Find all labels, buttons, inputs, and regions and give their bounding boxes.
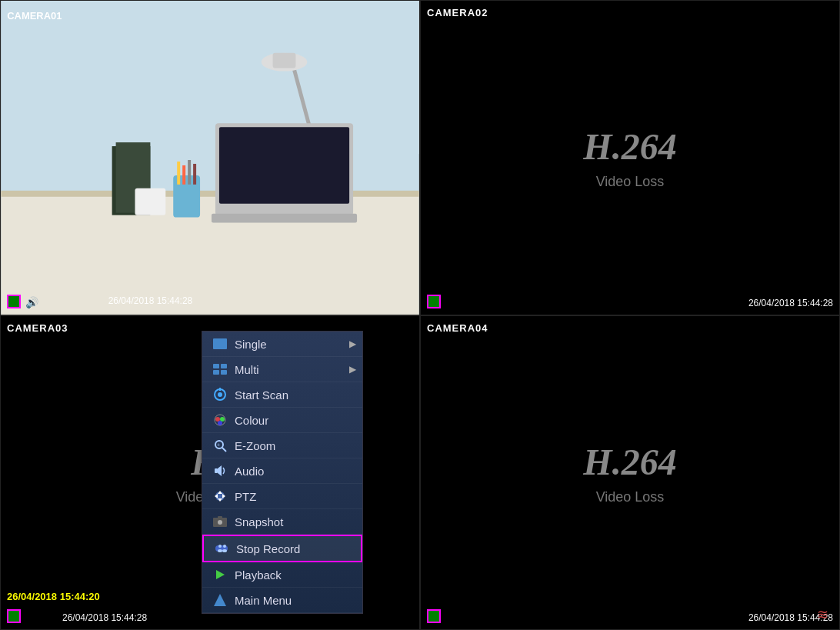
cam1-green-indicator [7, 295, 21, 308]
svg-marker-54 [214, 594, 226, 606]
single-arrow: ▶ [349, 338, 356, 349]
cam2-video-loss: H.264 Video Loss [421, 1, 839, 315]
stoprecord-label: Stop Record [236, 542, 300, 555]
playback-icon [212, 568, 228, 582]
record-icon [213, 542, 230, 555]
camera1-cell: CAMERA01 26/04/2018 15:44:28 🔊 [0, 0, 420, 315]
cam2-loss-text: Video Loss [596, 174, 665, 190]
camera-grid: CAMERA01 26/04/2018 15:44:28 🔊 CAMERA02 … [0, 0, 840, 630]
cam4-signal-icon: ≋ [817, 606, 828, 623]
cam3-label: CAMERA03 [7, 322, 68, 334]
cam2-timestamp: 26/04/2018 15:44:28 [748, 298, 833, 308]
svg-point-31 [220, 417, 225, 422]
menu-item-single[interactable]: Single ▶ [202, 332, 362, 357]
camera1-feed: CAMERA01 26/04/2018 15:44:28 [1, 1, 419, 315]
single-icon [212, 337, 228, 351]
snapshot-label: Snapshot [235, 515, 283, 528]
multi-icon [212, 362, 228, 376]
cam3-green-indicator [7, 609, 21, 623]
svg-point-27 [218, 392, 222, 397]
scan-icon [212, 388, 228, 402]
menu-item-stoprecord[interactable]: Stop Record [202, 535, 362, 562]
svg-point-49 [218, 545, 222, 548]
menu-item-audio[interactable]: Audio [202, 458, 362, 484]
colour-label: Colour [235, 414, 268, 427]
svg-text:26/04/2018 15:44:28: 26/04/2018 15:44:28 [108, 295, 193, 306]
menu-item-playback[interactable]: Playback [202, 562, 362, 588]
svg-rect-18 [135, 188, 165, 215]
svg-rect-4 [1, 191, 418, 197]
svg-rect-16 [188, 160, 191, 185]
audio-menu-icon [212, 464, 228, 478]
svg-point-52 [222, 549, 227, 552]
menu-item-ptz[interactable]: PTZ [202, 484, 362, 509]
audio-label: Audio [235, 465, 264, 478]
svg-rect-2 [1, 1, 418, 192]
svg-rect-36 [215, 468, 218, 473]
multi-arrow: ▶ [349, 364, 356, 375]
svg-point-32 [218, 421, 222, 425]
svg-point-50 [218, 549, 222, 552]
svg-rect-22 [213, 364, 219, 368]
cam3-timestamp: 26/04/2018 15:44:28 [62, 612, 147, 623]
svg-rect-45 [218, 516, 222, 518]
svg-rect-14 [177, 162, 180, 185]
zoom-icon: + [212, 438, 228, 452]
svg-line-34 [222, 448, 226, 452]
mainmenu-icon [212, 593, 228, 607]
menu-item-mainmenu[interactable]: Main Menu [202, 588, 362, 613]
mainmenu-label: Main Menu [235, 594, 292, 607]
cam1-audio-icon: 🔊 [25, 296, 38, 308]
cam2-green-indicator [427, 295, 441, 308]
svg-marker-53 [216, 570, 225, 579]
svg-rect-10 [212, 214, 357, 223]
colour-icon [212, 413, 228, 427]
cam4-loss-text: Video Loss [596, 489, 665, 505]
svg-rect-17 [193, 164, 196, 185]
ptz-label: PTZ [235, 490, 256, 503]
svg-rect-25 [221, 370, 227, 375]
menu-item-multi[interactable]: Multi ▶ [202, 357, 362, 382]
cam4-video-loss: H.264 Video Loss [421, 316, 839, 629]
snapshot-icon [212, 515, 228, 528]
multi-label: Multi [235, 363, 259, 376]
cam4-codec: H.264 [583, 441, 676, 483]
menu-item-snapshot[interactable]: Snapshot [202, 509, 362, 535]
svg-text:+: + [217, 442, 220, 448]
cam4-label: CAMERA04 [427, 322, 488, 334]
playback-label: Playback [235, 568, 282, 582]
svg-rect-24 [213, 370, 219, 375]
camera2-cell: CAMERA02 H.264 Video Loss 26/04/2018 15:… [420, 0, 840, 315]
menu-item-startscan[interactable]: Start Scan [202, 382, 362, 408]
menu-item-colour[interactable]: Colour [202, 408, 362, 433]
svg-rect-9 [219, 127, 349, 204]
ptz-icon [212, 489, 228, 503]
svg-point-44 [218, 520, 222, 525]
cam4-green-indicator [427, 609, 441, 623]
single-label: Single [235, 338, 267, 351]
svg-rect-7 [273, 53, 296, 68]
ezoom-label: E-Zoom [235, 439, 275, 452]
camera4-cell: CAMERA04 H.264 Video Loss 26/04/2018 15:… [420, 315, 840, 630]
cam2-codec: H.264 [583, 125, 676, 168]
menu-item-ezoom[interactable]: + E-Zoom [202, 433, 362, 458]
cam3-timestamp-yellow: 26/04/2018 15:44:20 [7, 591, 100, 602]
svg-rect-21 [213, 338, 227, 349]
svg-rect-3 [1, 192, 418, 315]
svg-rect-15 [182, 165, 185, 185]
svg-rect-23 [221, 364, 227, 368]
svg-point-51 [223, 545, 226, 548]
svg-text:CAMERA01: CAMERA01 [7, 10, 62, 22]
startscan-label: Start Scan [235, 388, 288, 402]
cam2-label: CAMERA02 [427, 7, 488, 18]
context-menu: Single ▶ Multi ▶ Start Scan [202, 331, 363, 614]
svg-point-30 [215, 417, 220, 422]
svg-marker-37 [218, 465, 222, 476]
